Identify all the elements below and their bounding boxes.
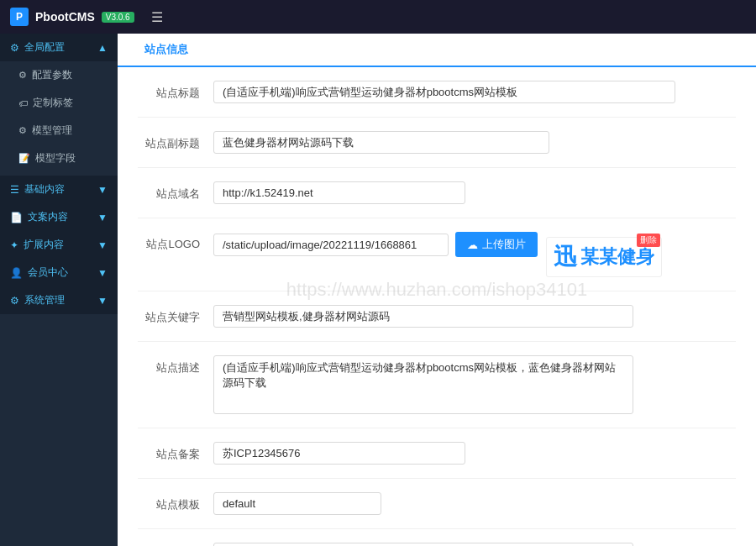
peizhi-icon: ⚙	[18, 70, 27, 81]
sidebar-group-huiyuan[interactable]: 👤 会员中心 ▼	[0, 259, 118, 286]
sidebar-group-wangan[interactable]: 📄 文案内容 ▼	[0, 203, 118, 231]
input-subtitle[interactable]	[213, 131, 549, 154]
logo-area: P PbootCMS V3.0.6	[10, 8, 134, 26]
sidebar-group-quanju[interactable]: ⚙ 全局配置 ▲	[0, 34, 118, 61]
logo-img-area: 迅 某某健身 删除	[546, 232, 662, 277]
upload-btn[interactable]: ☁ 上传图片	[455, 232, 538, 257]
field-title	[213, 81, 736, 103]
field-stats	[213, 543, 736, 546]
logo-row: ☁ 上传图片	[213, 232, 538, 257]
quanju-arrow: ▲	[97, 42, 108, 54]
field-desc: (自适应手机端)响应式营销型运动健身器材pbootcms网站模板，蓝色健身器材网…	[213, 355, 736, 414]
xitong-arrow: ▼	[97, 295, 108, 307]
logo-preview-wrap: 迅 某某健身 删除	[546, 232, 662, 277]
ziduan-label: 模型字段	[35, 151, 76, 165]
label-desc: 站点描述	[138, 355, 213, 375]
upload-icon: ☁	[467, 239, 478, 251]
tab-site-info[interactable]: 站点信息	[131, 34, 202, 67]
huiyuan-icon: 👤	[10, 267, 23, 279]
sidebar: ⚙ 全局配置 ▲ ⚙ 配置参数 🏷 定制标签 ⚙ 模型管理 📝 模型字段 ☰ 基…	[0, 34, 118, 546]
textarea-stats[interactable]	[213, 543, 633, 546]
sidebar-group-xitong[interactable]: ⚙ 系统管理 ▼	[0, 286, 118, 314]
jichu-icon: ☰	[10, 184, 19, 196]
upload-label: 上传图片	[482, 237, 526, 252]
wangan-label: 文案内容	[28, 210, 68, 224]
logo-preview-text: 某某健身	[580, 244, 654, 270]
xitong-label: 系统管理	[24, 293, 65, 307]
wangan-arrow: ▼	[97, 212, 108, 223]
sidebar-item-ziduan[interactable]: 📝 模型字段	[0, 144, 118, 172]
peizhi-label: 配置参数	[32, 68, 72, 82]
kuozhan-icon: ✦	[10, 239, 18, 251]
ziduan-icon: 📝	[18, 153, 30, 164]
input-keywords[interactable]	[213, 305, 633, 328]
moxing-icon: ⚙	[18, 125, 27, 136]
biaoqian-label: 定制标签	[33, 96, 73, 110]
hamburger-icon[interactable]: ☰	[151, 9, 163, 25]
form-container: 站点标题 站点副标题 站点域名	[118, 67, 756, 546]
field-template	[213, 492, 736, 515]
main-content: 站点信息 站点标题 站点副标题	[118, 34, 756, 546]
biaoqian-icon: 🏷	[18, 98, 28, 108]
sidebar-item-peizhi[interactable]: ⚙ 配置参数	[0, 61, 118, 89]
label-record: 站点备案	[138, 442, 213, 462]
jichu-arrow: ▼	[97, 184, 108, 196]
wangan-icon: 📄	[10, 212, 23, 223]
app-name: PbootCMS	[35, 10, 95, 24]
quanju-label: 全局配置	[24, 40, 65, 55]
jichu-label: 基础内容	[24, 182, 65, 197]
form-row-record: 站点备案	[138, 442, 736, 479]
form-row-desc: 站点描述 (自适应手机端)响应式营销型运动健身器材pbootcms网站模板，蓝色…	[138, 355, 736, 428]
input-record[interactable]	[213, 442, 465, 465]
form-row-domain: 站点域名	[138, 181, 736, 218]
label-stats: 统计代码	[138, 543, 213, 546]
label-template: 站点模板	[138, 492, 213, 512]
form-row-template: 站点模板	[138, 492, 736, 529]
textarea-desc[interactable]: (自适应手机端)响应式营销型运动健身器材pbootcms网站模板，蓝色健身器材网…	[213, 355, 633, 414]
moxing-label: 模型管理	[32, 123, 72, 138]
logo-icon: P	[10, 8, 29, 26]
form-row-subtitle: 站点副标题	[138, 131, 736, 168]
sidebar-item-biaoqian[interactable]: 🏷 定制标签	[0, 89, 118, 117]
version-badge: V3.0.6	[102, 12, 134, 23]
field-subtitle	[213, 131, 736, 154]
form-row-keywords: 站点关键字	[138, 305, 736, 342]
input-domain[interactable]	[213, 181, 465, 204]
kuozhan-arrow: ▼	[97, 239, 108, 251]
field-record	[213, 442, 736, 465]
delete-badge[interactable]: 删除	[637, 234, 660, 247]
label-subtitle: 站点副标题	[138, 131, 213, 151]
label-keywords: 站点关键字	[138, 305, 213, 325]
main-wrapper: 站点信息 站点标题 站点副标题	[118, 34, 756, 546]
logo-preview-char: 迅	[554, 241, 577, 273]
form-row-title: 站点标题	[138, 81, 736, 118]
huiyuan-arrow: ▼	[97, 267, 108, 279]
sidebar-item-moxing[interactable]: ⚙ 模型管理	[0, 117, 118, 144]
quanju-icon: ⚙	[10, 42, 19, 54]
label-domain: 站点域名	[138, 181, 213, 202]
field-domain	[213, 181, 736, 204]
input-logo-path[interactable]	[213, 234, 449, 256]
sidebar-group-jichu[interactable]: ☰ 基础内容 ▼	[0, 176, 118, 203]
sidebar-group-kuozhan[interactable]: ✦ 扩展内容 ▼	[0, 231, 118, 259]
form-row-logo: 站点LOGO ☁ 上传图片 迅	[138, 232, 736, 291]
huiyuan-label: 会员中心	[28, 265, 68, 280]
field-logo: ☁ 上传图片 迅 某某健身 删除	[213, 232, 736, 277]
input-template[interactable]	[213, 492, 381, 515]
form-row-stats: 统计代码	[138, 543, 736, 546]
input-title[interactable]	[213, 81, 675, 103]
tab-bar: 站点信息	[118, 34, 756, 67]
label-logo: 站点LOGO	[138, 232, 213, 252]
field-keywords	[213, 305, 736, 328]
xitong-icon: ⚙	[10, 295, 19, 307]
top-header: P PbootCMS V3.0.6 ☰	[0, 0, 756, 34]
label-title: 站点标题	[138, 81, 213, 101]
kuozhan-label: 扩展内容	[24, 238, 64, 252]
